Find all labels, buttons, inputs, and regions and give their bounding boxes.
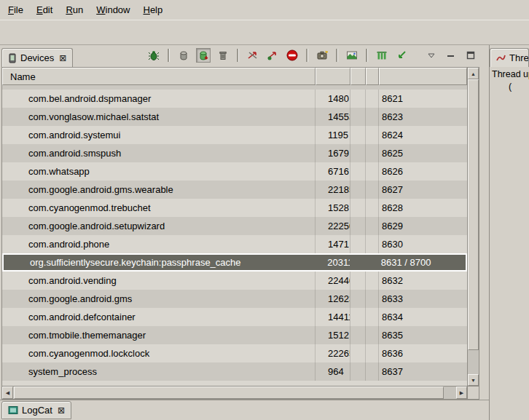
- update-heap-icon[interactable]: [176, 48, 191, 63]
- horizontal-scrollbar[interactable]: ◀ ▶: [2, 386, 467, 399]
- empty-cell: [366, 90, 379, 108]
- scroll-up-arrow[interactable]: ▲: [468, 68, 479, 79]
- process-pid: 14411: [316, 308, 350, 326]
- process-pid: 1679: [316, 144, 350, 162]
- horizontal-scrollbar-thumb[interactable]: [14, 387, 444, 399]
- minimize-icon[interactable]: [444, 48, 458, 63]
- tab-devices[interactable]: Devices ⊠: [1, 48, 73, 67]
- screen-record-icon[interactable]: [345, 48, 359, 63]
- table-row[interactable]: com.whatsapp67168626: [2, 162, 467, 181]
- threads-tab-icon: [496, 53, 506, 63]
- process-port: 8628: [379, 199, 467, 217]
- table-row[interactable]: com.android.defcontainer144118634: [2, 308, 467, 326]
- stop-process-icon[interactable]: [285, 48, 299, 63]
- menu-file[interactable]: File: [1, 1, 30, 18]
- empty-cell: [366, 308, 379, 326]
- screen-capture-icon[interactable]: [315, 48, 329, 63]
- menu-help[interactable]: Help: [136, 1, 169, 18]
- empty-cell: [366, 144, 379, 162]
- process-port: 8637: [379, 362, 467, 381]
- vertical-scrollbar[interactable]: ▲ ▼: [467, 68, 479, 386]
- process-pid: 6716: [316, 162, 350, 181]
- logcat-tab-icon: [8, 405, 18, 415]
- debug-icon[interactable]: [146, 48, 161, 63]
- column-header[interactable]: [350, 68, 366, 85]
- empty-cell: [366, 362, 379, 381]
- profiling-arrow-icon[interactable]: [394, 48, 409, 63]
- table-row[interactable]: com.google.android.setupwizard222508629: [2, 217, 467, 235]
- device-tab-icon: [8, 53, 17, 63]
- menu-edit[interactable]: Edit: [30, 1, 59, 18]
- process-name: com.android.defcontainer: [2, 308, 316, 326]
- table-row[interactable]: system_process9648637: [2, 362, 467, 381]
- column-header[interactable]: [366, 68, 379, 85]
- cause-gc-icon[interactable]: [216, 48, 230, 63]
- column-header-port[interactable]: [379, 68, 467, 85]
- close-icon[interactable]: ⊠: [58, 53, 66, 63]
- maximize-icon[interactable]: [463, 48, 478, 63]
- process-name: com.android.smspush: [2, 144, 316, 162]
- device-table-body: com.bel.android.dspmanager14808621com.vo…: [2, 85, 467, 386]
- application-window: File Edit Run Window Help Devices ⊠: [0, 0, 529, 420]
- process-port: 8632: [379, 272, 467, 290]
- process-port: 8626: [379, 162, 467, 181]
- scroll-down-arrow[interactable]: ▼: [468, 374, 479, 386]
- table-row[interactable]: com.bel.android.dspmanager14808621: [2, 90, 467, 108]
- empty-cell: [350, 126, 366, 144]
- table-row[interactable]: com.android.phone14718630: [2, 235, 467, 253]
- dump-hprof-icon[interactable]: [196, 48, 211, 63]
- process-name: com.cyanogenmod.trebuchet: [2, 199, 316, 217]
- scroll-right-arrow[interactable]: ▶: [456, 387, 467, 399]
- menu-window[interactable]: Window: [90, 1, 136, 18]
- panel-sash[interactable]: [479, 45, 489, 400]
- process-name: system_process: [2, 362, 316, 381]
- column-header-pid[interactable]: [316, 68, 350, 85]
- threads-panel: Threads Thread up (: [489, 45, 529, 420]
- column-header-name[interactable]: Name: [2, 68, 316, 85]
- tab-logcat[interactable]: LogCat ⊠: [1, 401, 71, 419]
- empty-cell: [350, 362, 366, 381]
- empty-cell: [350, 199, 366, 217]
- process-name: com.google.android.gms.wearable: [2, 181, 316, 199]
- empty-cell: [366, 217, 379, 235]
- tab-threads[interactable]: Threads: [490, 48, 529, 67]
- update-threads-icon[interactable]: [246, 48, 260, 63]
- table-row[interactable]: com.android.systemui11958624: [2, 126, 467, 144]
- table-row[interactable]: org.sufficientlysecure.keychain:passphra…: [2, 253, 467, 272]
- empty-cell: [350, 272, 366, 290]
- logcat-panel: LogCat ⊠: [0, 400, 489, 420]
- table-row[interactable]: com.cyanogenmod.lockclock222658636: [2, 344, 467, 362]
- method-profiling-icon[interactable]: [265, 48, 280, 63]
- process-port: 8621: [379, 90, 467, 108]
- empty-cell: [365, 255, 378, 270]
- process-name: com.bel.android.dspmanager: [2, 90, 316, 108]
- table-row[interactable]: com.vonglasow.michael.satstat145538623: [2, 108, 467, 126]
- menu-run[interactable]: Run: [59, 1, 90, 18]
- scroll-left-arrow[interactable]: ◀: [2, 387, 13, 399]
- vertical-scrollbar-thumb[interactable]: [468, 79, 479, 350]
- view-menu-icon[interactable]: [424, 48, 439, 63]
- table-row[interactable]: com.tmobile.thememanager15128635: [2, 326, 467, 344]
- table-row[interactable]: com.android.vending224408632: [2, 272, 467, 290]
- heap-columns-icon[interactable]: [375, 48, 389, 63]
- process-port: 8631 / 8700: [378, 255, 466, 270]
- table-row[interactable]: com.google.android.gms126238633: [2, 290, 467, 308]
- table-row[interactable]: com.google.android.gms.wearable221858627: [2, 181, 467, 199]
- empty-cell: [350, 181, 366, 199]
- process-pid: 20311: [315, 255, 350, 270]
- process-port: 8624: [379, 126, 467, 144]
- process-name: com.google.android.gms: [2, 290, 316, 308]
- threads-message-line1: Thread up: [490, 68, 529, 81]
- empty-cell: [350, 235, 366, 253]
- process-name: com.cyanogenmod.lockclock: [2, 344, 316, 362]
- toolbar-separator: [366, 49, 368, 62]
- process-name: com.whatsapp: [2, 162, 316, 181]
- scrollbar-corner: [467, 386, 479, 399]
- process-pid: 14553: [316, 108, 350, 126]
- table-row[interactable]: com.cyanogenmod.trebuchet15288628: [2, 199, 467, 217]
- table-row[interactable]: com.android.smspush16798625: [2, 144, 467, 162]
- threads-message-line2: (: [490, 81, 529, 93]
- threads-message: Thread up (: [490, 68, 529, 93]
- main-toolbar: [0, 20, 529, 45]
- close-icon[interactable]: ⊠: [56, 405, 65, 416]
